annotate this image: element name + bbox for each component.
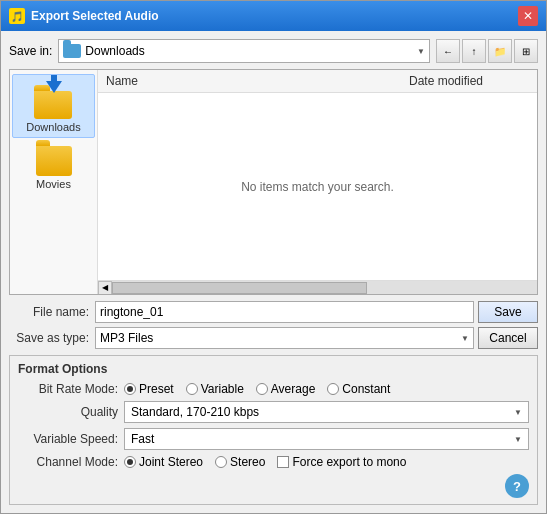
radio-preset-circle [124,383,136,395]
download-arrow-icon [46,81,62,93]
radio-preset[interactable]: Preset [124,382,174,396]
radio-stereo-circle [215,456,227,468]
bit-rate-row: Bit Rate Mode: Preset Variable Average [18,382,529,396]
movies-label: Movies [36,178,71,190]
variable-speed-row: Variable Speed: Fast ▼ [18,428,529,450]
close-button[interactable]: ✕ [518,6,538,26]
radio-stereo-label: Stereo [230,455,265,469]
save-as-row: Save as type: MP3 Files ▼ Cancel [9,327,538,349]
scroll-thumb [112,282,367,294]
scrollbar-area: ◀ [98,280,537,294]
radio-constant-label: Constant [342,382,390,396]
radio-constant[interactable]: Constant [327,382,390,396]
variable-speed-dropdown[interactable]: Fast ▼ [124,428,529,450]
radio-variable-label: Variable [201,382,244,396]
radio-average[interactable]: Average [256,382,315,396]
radio-constant-circle [327,383,339,395]
save-in-row: Save in: Downloads ▼ ← ↑ 📁 ⊞ [9,39,538,63]
right-panel: Name Date modified No items match your s… [98,70,537,294]
bit-rate-label: Bit Rate Mode: [18,382,118,396]
channel-mode-label: Channel Mode: [18,455,118,469]
new-folder-button[interactable]: 📁 [488,39,512,63]
file-form-section: File name: Save Save as type: MP3 Files … [9,301,538,349]
quality-label: Quality [18,405,118,419]
force-mono-label: Force export to mono [292,455,406,469]
sidebar-item-downloads[interactable]: Downloads [12,74,95,138]
sidebar-item-movies[interactable]: Movies [12,142,95,194]
title-bar: 🎵 Export Selected Audio ✕ [1,1,546,31]
col-name-header: Name [106,74,409,88]
export-dialog: 🎵 Export Selected Audio ✕ Save in: Downl… [0,0,547,514]
dialog-body: Save in: Downloads ▼ ← ↑ 📁 ⊞ [1,31,546,513]
save-as-value: MP3 Files [100,331,153,345]
radio-variable[interactable]: Variable [186,382,244,396]
cancel-button[interactable]: Cancel [478,327,538,349]
radio-joint-stereo-label: Joint Stereo [139,455,203,469]
folder-icon [63,44,81,58]
save-as-dropdown[interactable]: MP3 Files ▼ [95,327,474,349]
scroll-track[interactable] [112,281,537,295]
save-as-label: Save as type: [9,331,89,345]
radio-average-label: Average [271,382,315,396]
movies-folder-icon [36,146,72,176]
quality-dropdown[interactable]: Standard, 170-210 kbps ▼ [124,401,529,423]
nav-buttons: ← ↑ 📁 ⊞ [436,39,538,63]
radio-joint-stereo[interactable]: Joint Stereo [124,455,203,469]
downloads-folder-icon [34,79,74,119]
left-panel: Downloads Movies [10,70,98,294]
quality-caret: ▼ [514,408,522,417]
quality-row: Quality Standard, 170-210 kbps ▼ [18,401,529,423]
scroll-left-button[interactable]: ◀ [98,281,112,295]
empty-message: No items match your search. [241,180,394,194]
format-options-section: Format Options Bit Rate Mode: Preset Var… [9,355,538,505]
downloads-label: Downloads [26,121,80,133]
save-as-caret: ▼ [461,334,469,343]
radio-preset-label: Preset [139,382,174,396]
file-list-header: Name Date modified [98,70,537,93]
channel-mode-row: Channel Mode: Joint Stereo Stereo Force … [18,455,529,469]
force-mono-checkbox[interactable]: Force export to mono [277,455,406,469]
save-in-label: Save in: [9,44,52,58]
save-as-wrapper: MP3 Files ▼ Cancel [95,327,538,349]
save-in-value: Downloads [85,44,413,58]
help-button[interactable]: ? [505,474,529,498]
file-name-label: File name: [9,305,89,319]
main-area: Downloads Movies Name Date modified No i… [9,69,538,295]
title-bar-left: 🎵 Export Selected Audio [9,8,159,24]
file-name-wrapper: Save [95,301,538,323]
col-date-header: Date modified [409,74,529,88]
radio-variable-circle [186,383,198,395]
radio-average-circle [256,383,268,395]
save-in-dropdown[interactable]: Downloads ▼ [58,39,430,63]
format-options-title: Format Options [18,362,529,376]
file-name-row: File name: Save [9,301,538,323]
radio-joint-stereo-circle [124,456,136,468]
channel-radio-group: Joint Stereo Stereo Force export to mono [124,455,529,469]
dialog-icon: 🎵 [9,8,25,24]
quality-value: Standard, 170-210 kbps [131,405,259,419]
up-button[interactable]: ↑ [462,39,486,63]
variable-speed-label: Variable Speed: [18,432,118,446]
save-button[interactable]: Save [478,301,538,323]
radio-stereo[interactable]: Stereo [215,455,265,469]
force-mono-box [277,456,289,468]
bit-rate-radio-group: Preset Variable Average Constant [124,382,529,396]
save-in-caret: ▼ [417,47,425,56]
folder-yellow [34,91,72,119]
view-button[interactable]: ⊞ [514,39,538,63]
variable-speed-caret: ▼ [514,435,522,444]
back-button[interactable]: ← [436,39,460,63]
dialog-title: Export Selected Audio [31,9,159,23]
file-list-empty: No items match your search. [98,93,537,280]
variable-speed-value: Fast [131,432,154,446]
file-name-input[interactable] [95,301,474,323]
